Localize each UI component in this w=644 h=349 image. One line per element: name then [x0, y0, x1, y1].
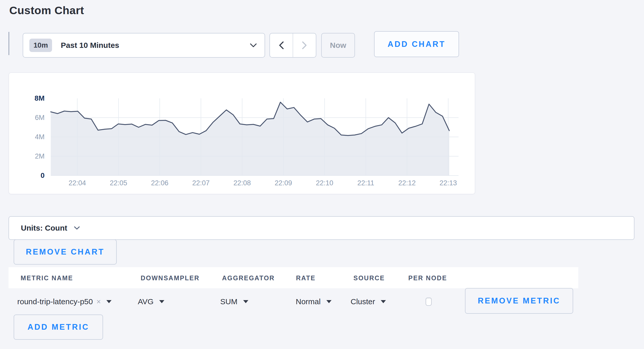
remove-metric-button[interactable]: REMOVE METRIC	[465, 288, 573, 314]
downsampler-dropdown[interactable]: AVG	[138, 289, 164, 315]
units-dropdown[interactable]: Units: Count	[9, 216, 634, 240]
remove-chart-button[interactable]: REMOVE CHART	[14, 239, 117, 265]
column-header-source: SOURCE	[353, 267, 385, 288]
metric-name-dropdown[interactable]: round-trip-latency-p50 ×	[17, 289, 112, 315]
source-value: Cluster	[351, 297, 375, 306]
now-button[interactable]: Now	[321, 33, 355, 58]
add-chart-button[interactable]: ADD CHART	[374, 31, 459, 57]
caret-down-icon	[106, 300, 112, 303]
source-dropdown[interactable]: Cluster	[351, 289, 386, 315]
time-range-label: Past 10 Minutes	[61, 41, 250, 50]
prev-time-button[interactable]	[270, 33, 293, 57]
page-title: Custom Chart	[9, 4, 84, 17]
x-axis-tick-label: 22:05	[107, 179, 130, 187]
column-header-rate: RATE	[296, 267, 316, 288]
time-pager	[269, 33, 316, 58]
add-metric-button[interactable]: ADD METRIC	[14, 315, 103, 340]
chevron-right-icon	[302, 41, 307, 49]
caret-down-icon	[243, 300, 248, 303]
per-node-checkbox[interactable]	[426, 298, 432, 306]
x-axis-tick-label: 22:13	[437, 179, 460, 187]
x-axis-tick-label: 22:06	[148, 179, 171, 187]
timeseries-plot-area[interactable]	[51, 98, 459, 176]
x-axis-tick-label: 22:08	[231, 179, 254, 187]
y-axis-tick-label: 2M	[9, 152, 45, 161]
next-time-button[interactable]	[293, 33, 316, 57]
caret-down-icon	[159, 300, 164, 303]
x-axis-tick-label: 22:07	[189, 179, 213, 187]
custom-chart-page: Custom Chart 10m Past 10 Minutes Now ADD…	[0, 0, 644, 349]
caret-down-icon	[381, 300, 386, 303]
remove-tag-icon[interactable]: ×	[96, 298, 101, 306]
x-axis-tick-label: 22:10	[313, 179, 336, 187]
toolbar-left-divider	[9, 32, 9, 55]
x-axis-tick-label: 22:12	[395, 179, 419, 187]
y-axis-tick-label: 6M	[9, 113, 45, 122]
downsampler-value: AVG	[138, 297, 154, 306]
aggregator-value: SUM	[220, 297, 238, 306]
rate-value: Normal	[296, 297, 321, 306]
y-axis-tick-label: 4M	[9, 133, 45, 141]
chevron-down-icon	[250, 43, 257, 48]
caret-down-icon	[326, 300, 332, 303]
y-axis-tick-label: 8M	[9, 94, 45, 103]
units-label: Units: Count	[21, 224, 67, 232]
x-axis-tick-label: 22:11	[354, 179, 377, 187]
x-axis-tick-label: 22:09	[272, 179, 295, 187]
chart-card: 8M6M4M2M022:0422:0522:0622:0722:0822:092…	[9, 72, 475, 194]
column-header-metric-name: METRIC NAME	[21, 267, 73, 288]
aggregator-dropdown[interactable]: SUM	[220, 289, 248, 315]
column-header-downsampler: DOWNSAMPLER	[141, 267, 200, 288]
column-header-aggregator: AGGREGATOR	[222, 267, 275, 288]
chevron-left-icon	[279, 41, 284, 49]
y-axis-tick-label: 0	[9, 171, 45, 180]
column-header-per-node: PER NODE	[408, 267, 447, 288]
metrics-table-header	[9, 267, 578, 288]
metric-name-value: round-trip-latency-p50	[17, 297, 93, 306]
x-axis-tick-label: 22:04	[66, 179, 89, 187]
rate-dropdown[interactable]: Normal	[296, 289, 332, 315]
time-window-badge: 10m	[29, 39, 52, 52]
chevron-down-icon	[74, 226, 80, 230]
time-range-dropdown[interactable]: 10m Past 10 Minutes	[23, 33, 265, 58]
